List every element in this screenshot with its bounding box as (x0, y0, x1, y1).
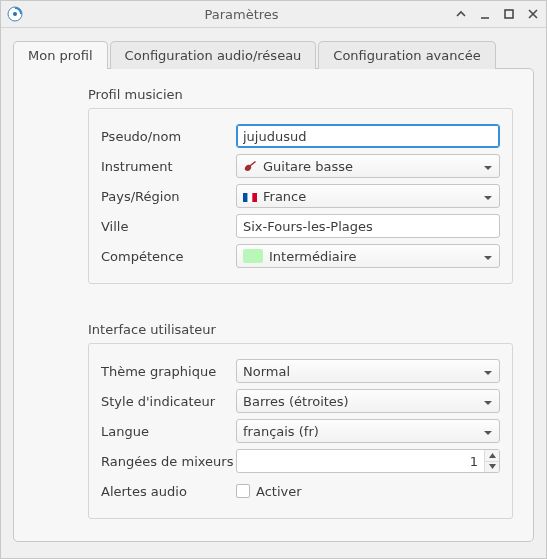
chevron-down-icon (483, 251, 493, 261)
svg-rect-5 (252, 193, 257, 202)
settings-window: Paramètres Mon profil Configuration audi… (0, 0, 547, 559)
roll-up-button[interactable] (454, 7, 468, 21)
label-mixer-rows: Rangées de mixeurs (101, 454, 236, 469)
svg-rect-2 (505, 10, 513, 18)
indicator-value: Barres (étroites) (243, 394, 477, 409)
audio-alerts-checkbox[interactable]: Activer (236, 484, 500, 499)
city-input[interactable] (236, 214, 500, 238)
label-city: Ville (101, 219, 236, 234)
tab-audio-network[interactable]: Configuration audio/réseau (110, 41, 317, 69)
label-pseudo: Pseudo/nom (101, 129, 236, 144)
content-area: Mon profil Configuration audio/réseau Co… (1, 28, 546, 558)
section-user-interface: Interface utilisateur Thème graphique No… (34, 322, 513, 519)
label-language: Langue (101, 424, 236, 439)
window-controls (454, 7, 540, 21)
country-value: France (263, 189, 477, 204)
row-country: Pays/Région France (101, 183, 500, 209)
checkbox-box (236, 484, 250, 498)
row-indicator: Style d'indicateur Barres (étroites) (101, 388, 500, 414)
tab-strip: Mon profil Configuration audio/réseau Co… (13, 38, 534, 68)
section-musician-profile: Profil musicien Pseudo/nom Instrument (34, 87, 513, 284)
label-theme: Thème graphique (101, 364, 236, 379)
pseudo-input[interactable] (236, 124, 500, 148)
language-value: français (fr) (243, 424, 477, 439)
theme-select[interactable]: Normal (236, 359, 500, 383)
stepper-down-button[interactable] (485, 461, 499, 473)
row-language: Langue français (fr) (101, 418, 500, 444)
chevron-down-icon (483, 366, 493, 376)
ui-fields: Thème graphique Normal Style d'indicateu… (88, 343, 513, 519)
instrument-value: Guitare basse (263, 159, 477, 174)
window-title: Paramètres (29, 7, 454, 22)
tab-my-profile[interactable]: Mon profil (13, 41, 108, 69)
close-button[interactable] (526, 7, 540, 21)
stepper-up-button[interactable] (485, 450, 499, 461)
chevron-down-icon (483, 191, 493, 201)
row-audio-alerts: Alertes audio Activer (101, 478, 500, 504)
language-select[interactable]: français (fr) (236, 419, 500, 443)
svg-point-1 (13, 12, 17, 16)
audio-alerts-checkbox-label: Activer (256, 484, 302, 499)
instrument-select[interactable]: Guitare basse (236, 154, 500, 178)
skill-select[interactable]: Intermédiaire (236, 244, 500, 268)
row-city: Ville (101, 213, 500, 239)
tab-panel-my-profile: Profil musicien Pseudo/nom Instrument (13, 68, 534, 542)
guitar-icon (243, 160, 257, 172)
mixer-rows-stepper[interactable] (236, 449, 500, 473)
row-skill: Compétence Intermédiaire (101, 243, 500, 269)
svg-rect-3 (243, 193, 248, 202)
row-theme: Thème graphique Normal (101, 358, 500, 384)
tab-advanced[interactable]: Configuration avancée (318, 41, 495, 69)
country-select[interactable]: France (236, 184, 500, 208)
chevron-down-icon (483, 396, 493, 406)
indicator-select[interactable]: Barres (étroites) (236, 389, 500, 413)
label-audio-alerts: Alertes audio (101, 484, 236, 499)
theme-value: Normal (243, 364, 477, 379)
maximize-button[interactable] (502, 7, 516, 21)
label-instrument: Instrument (101, 159, 236, 174)
label-country: Pays/Région (101, 189, 236, 204)
chevron-down-icon (483, 161, 493, 171)
flag-france-icon (243, 190, 257, 202)
profile-fields: Pseudo/nom Instrument Guita (88, 108, 513, 284)
section-title-profile: Profil musicien (88, 87, 513, 102)
chevron-down-icon (483, 426, 493, 436)
row-pseudo: Pseudo/nom (101, 123, 500, 149)
row-mixer-rows: Rangées de mixeurs (101, 448, 500, 474)
minimize-button[interactable] (478, 7, 492, 21)
section-title-ui: Interface utilisateur (88, 322, 513, 337)
label-indicator: Style d'indicateur (101, 394, 236, 409)
svg-rect-4 (248, 193, 253, 202)
label-skill: Compétence (101, 249, 236, 264)
titlebar: Paramètres (1, 1, 546, 28)
row-instrument: Instrument Guitare basse (101, 153, 500, 179)
skill-level-icon (243, 249, 263, 263)
app-icon (7, 6, 23, 22)
skill-value: Intermédiaire (269, 249, 477, 264)
mixer-rows-input[interactable] (237, 450, 484, 472)
